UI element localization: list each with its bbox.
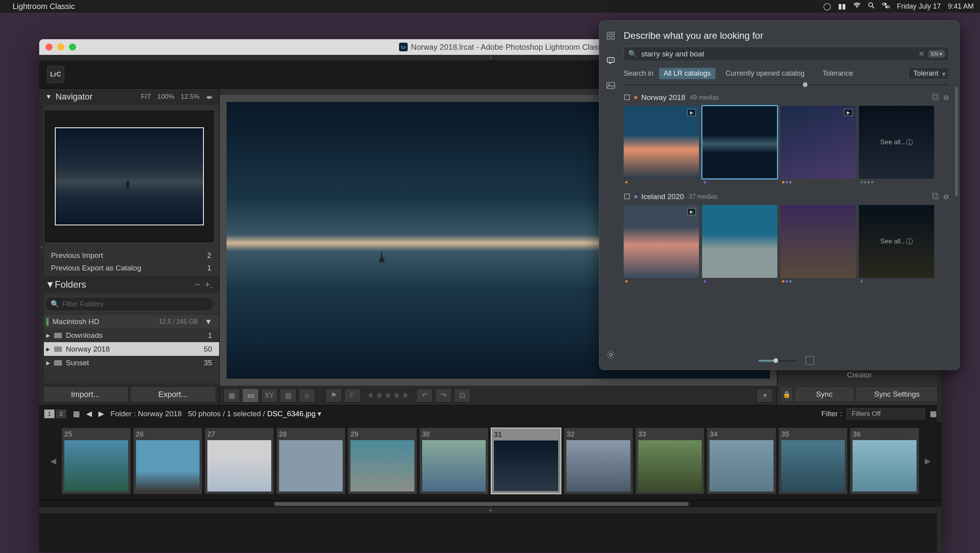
group-checkbox[interactable]: ☐ [624, 192, 630, 201]
sync-settings-button[interactable]: Sync Settings [856, 386, 938, 402]
flag-reject-button[interactable]: ⚐ [344, 388, 361, 403]
secondary-display-button[interactable]: 2 [56, 409, 67, 419]
filmstrip-scrollbar[interactable] [39, 500, 942, 507]
group-name[interactable]: Norway 2018 [641, 93, 685, 102]
group-name[interactable]: Iceland 2020 [641, 192, 684, 201]
folders-add-icon[interactable]: +. [205, 279, 213, 290]
nav-prev-icon[interactable]: ◀ [86, 409, 92, 418]
left-panel-grip[interactable]: ◂ [39, 89, 44, 405]
toolbar-menu-button[interactable]: ▾ [757, 388, 773, 403]
result-thumb-see-all[interactable]: See all... ⓘ [859, 106, 934, 179]
battery-icon[interactable]: ▮▮ [838, 2, 846, 11]
collapse-triangle-icon[interactable]: ▼ [45, 279, 55, 290]
group-checkbox[interactable]: ☐ [624, 93, 630, 102]
result-cell-selected[interactable] [702, 106, 777, 185]
filmstrip-cell[interactable]: 26 [133, 428, 203, 494]
folder-sunset[interactable]: ▸ Sunset 35 [39, 356, 219, 370]
search-input[interactable]: 🔍 starry sky and boat ✕ EN ▾ [624, 47, 949, 61]
window-zoom-button[interactable] [69, 44, 76, 51]
grid-overlay-button[interactable]: ⊡ [454, 388, 470, 403]
control-center-icon[interactable] [882, 2, 890, 11]
sync-status-icon[interactable]: ◯ [823, 2, 831, 11]
grid-view-button[interactable]: ▦ [223, 388, 240, 403]
disclosure-icon[interactable]: ▸ [46, 358, 50, 367]
people-view-button[interactable]: ☺ [299, 388, 315, 403]
filter-select[interactable]: Filters Off [847, 408, 925, 419]
result-thumb[interactable] [780, 205, 856, 278]
group-copy-icon[interactable]: ⿻ [932, 93, 939, 102]
search-menubar-icon[interactable] [868, 2, 875, 11]
rail-chat-search-icon[interactable] [605, 55, 616, 66]
rotate-cw-button[interactable]: ↷ [435, 388, 452, 403]
zoom-100[interactable]: 100% [157, 93, 174, 101]
filename-menu-icon[interactable]: ▾ [318, 410, 321, 418]
result-thumb[interactable]: ▶ [624, 205, 699, 278]
survey-view-button[interactable]: ▥ [280, 388, 296, 403]
loupe-view-button[interactable]: ▭ [242, 388, 259, 403]
filmstrip-cell[interactable]: 30 [419, 428, 489, 494]
filmstrip-cell[interactable]: 25 [62, 428, 131, 494]
tolerance-slider[interactable] [624, 84, 949, 86]
filmstrip-cell[interactable]: 33 [635, 428, 705, 494]
catalog-previous-export[interactable]: Previous Export as Catalog 1 [39, 262, 219, 274]
result-cell[interactable] [702, 205, 777, 284]
scrollbar-thumb[interactable] [955, 87, 958, 196]
search-language-toggle[interactable]: EN ▾ [929, 50, 945, 58]
menubar-time[interactable]: 9:41 AM [948, 2, 974, 11]
group-remove-icon[interactable]: ⊖ [943, 192, 949, 201]
result-cell[interactable] [780, 205, 856, 284]
filmstrip-cell-selected[interactable]: 31 [491, 428, 561, 494]
navigator-preview[interactable] [44, 110, 214, 243]
result-cell[interactable]: ▶ [624, 106, 699, 185]
filmstrip-cell[interactable]: 27 [205, 428, 274, 494]
result-cell-see-all[interactable]: See all... ⓘ [859, 106, 934, 185]
search-scope-current-catalog[interactable]: Currently opened catalog [721, 68, 809, 79]
sync-button[interactable]: Sync [795, 386, 854, 402]
scrollbar-thumb[interactable] [274, 502, 689, 506]
filmstrip-cell[interactable]: 36 [850, 428, 919, 494]
catalog-previous-import[interactable]: Previous Import 2 [39, 249, 219, 262]
filmstrip[interactable]: ◀ 25 26 27 28 29 30 31 32 33 34 35 36 ▶ [39, 422, 942, 500]
filmstrip-cell[interactable]: 28 [276, 428, 346, 494]
export-button[interactable]: Export... [130, 386, 216, 402]
filmstrip-cell[interactable]: 34 [707, 428, 776, 494]
filmstrip-cell[interactable]: 35 [779, 428, 848, 494]
group-copy-icon[interactable]: ⿻ [932, 192, 939, 201]
slider-knob[interactable] [773, 358, 778, 363]
zoom-menu-icon[interactable]: ◂▸ [206, 93, 213, 101]
filmstrip-cell[interactable]: 32 [564, 428, 633, 494]
navigator-header[interactable]: ▼ Navigator FIT 100% 12.5% ◂▸ [39, 89, 219, 105]
folder-filter-input[interactable]: 🔍 Filter Folders [45, 297, 214, 311]
rail-image-icon[interactable] [605, 80, 616, 91]
volume-menu-icon[interactable]: ▼ [205, 317, 212, 326]
result-cell-see-all[interactable]: See all... ⓘ [859, 205, 934, 284]
selected-filename[interactable]: DSC_6346.jpg [267, 410, 316, 418]
menubar-date[interactable]: Friday July 17 [897, 2, 941, 11]
window-minimize-button[interactable] [57, 44, 64, 51]
search-scope-all-catalogs[interactable]: All LR catalogs [659, 68, 715, 79]
rail-settings-icon[interactable] [605, 349, 616, 360]
sync-lock-icon[interactable]: 🔒 [780, 386, 793, 402]
zoom-fit[interactable]: FIT [141, 93, 151, 101]
rating-stars[interactable]: ★★★★★ [367, 390, 410, 401]
result-thumb[interactable]: ▶ [780, 106, 856, 179]
filmstrip-scroll-right[interactable]: ▶ [922, 456, 934, 466]
clear-search-icon[interactable]: ✕ [918, 49, 925, 58]
group-remove-icon[interactable]: ⊖ [943, 93, 949, 102]
app-menu-name[interactable]: Lightroom Classic [13, 2, 75, 11]
navigator-thumb[interactable] [55, 127, 204, 225]
thumbnail-layout-icon[interactable] [806, 356, 814, 365]
result-thumb[interactable] [702, 106, 777, 179]
zoom-12-5[interactable]: 12.5% [181, 93, 200, 101]
thumbnail-size-slider[interactable] [759, 360, 798, 362]
breadcrumb-path[interactable]: Folder : Norway 2018 [111, 410, 182, 418]
rail-grid-icon[interactable] [605, 30, 616, 41]
result-thumb[interactable]: ▶ [624, 106, 699, 179]
collapse-triangle-icon[interactable]: ▼ [45, 93, 52, 100]
folder-downloads[interactable]: ▸ Downloads 1 [39, 328, 219, 342]
flag-pick-button[interactable]: ⚑ [325, 388, 342, 403]
volume-row[interactable]: Macintosh HD 12,5 / 245 GB ▼ [39, 315, 219, 328]
filmstrip-cell[interactable]: 29 [348, 428, 417, 494]
compare-view-button[interactable]: XY [261, 388, 278, 403]
tolerance-select[interactable]: Tolerant [908, 67, 949, 80]
